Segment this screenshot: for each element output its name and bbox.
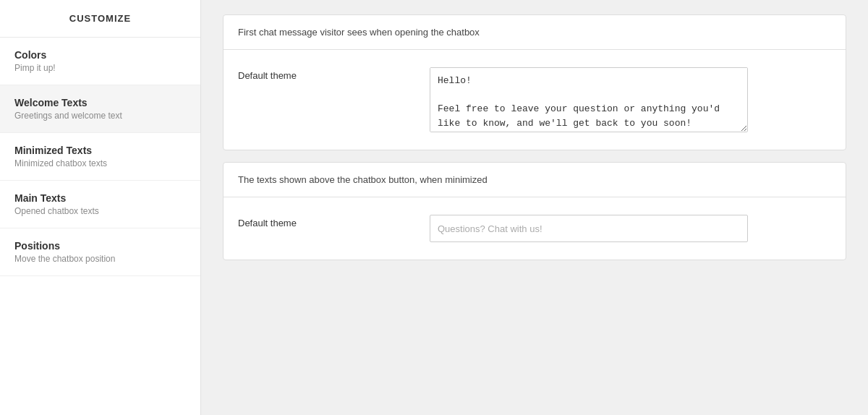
sidebar-item-main-texts-subtitle: Opened chatbox texts — [14, 206, 186, 216]
sidebar-item-colors-label: Colors — [14, 49, 186, 61]
card-welcome-message-body: Default theme — [224, 50, 846, 150]
welcome-message-textarea[interactable] — [430, 67, 748, 132]
sidebar-item-welcome-texts-subtitle: Greetings and welcome text — [14, 111, 186, 121]
sidebar-item-colors[interactable]: Colors Pimp it up! — [0, 38, 200, 85]
sidebar-item-welcome-texts[interactable]: Welcome Texts Greetings and welcome text — [0, 85, 200, 133]
sidebar-item-main-texts[interactable]: Main Texts Opened chatbox texts — [0, 181, 200, 228]
card-minimized-message-header: The texts shown above the chatbox button… — [224, 163, 846, 197]
card-minimized-message: The texts shown above the chatbox button… — [223, 162, 846, 260]
sidebar-item-colors-subtitle: Pimp it up! — [14, 63, 186, 73]
sidebar: CUSTOMIZE Colors Pimp it up! Welcome Tex… — [0, 0, 201, 415]
sidebar-item-minimized-texts[interactable]: Minimized Texts Minimized chatbox texts — [0, 133, 200, 181]
sidebar-item-positions-label: Positions — [14, 240, 186, 252]
card-minimized-message-input-area — [346, 215, 831, 242]
sidebar-nav: Colors Pimp it up! Welcome Texts Greetin… — [0, 38, 200, 415]
card-welcome-message-label: Default theme — [238, 67, 332, 81]
card-welcome-message: First chat message visitor sees when ope… — [223, 14, 846, 150]
sidebar-title: CUSTOMIZE — [0, 0, 200, 38]
sidebar-item-main-texts-label: Main Texts — [14, 192, 186, 204]
sidebar-item-positions[interactable]: Positions Move the chatbox position — [0, 228, 200, 276]
main-content: First chat message visitor sees when ope… — [201, 0, 868, 415]
sidebar-item-welcome-texts-label: Welcome Texts — [14, 97, 186, 108]
minimized-message-input[interactable] — [430, 215, 748, 242]
sidebar-item-minimized-texts-label: Minimized Texts — [14, 145, 186, 156]
card-welcome-message-input-area — [346, 67, 831, 132]
sidebar-item-minimized-texts-subtitle: Minimized chatbox texts — [14, 158, 186, 168]
card-minimized-message-body: Default theme — [224, 197, 846, 260]
card-welcome-message-header: First chat message visitor sees when ope… — [224, 15, 846, 50]
sidebar-item-positions-subtitle: Move the chatbox position — [14, 254, 186, 264]
card-minimized-message-label: Default theme — [238, 215, 332, 228]
